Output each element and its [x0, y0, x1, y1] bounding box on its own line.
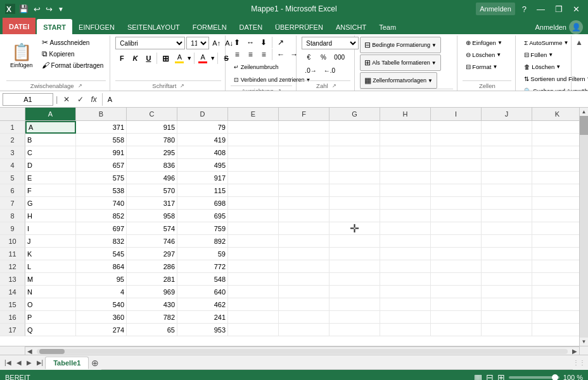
vertical-scrollbar[interactable]: ▲ ▼	[579, 108, 588, 346]
cell-E17[interactable]	[228, 324, 279, 336]
cell-A3[interactable]: C	[25, 146, 76, 159]
cell-E8[interactable]	[228, 210, 279, 222]
cell-F14[interactable]	[279, 286, 329, 298]
bold-button[interactable]: F	[115, 52, 128, 65]
cell-I3[interactable]	[431, 146, 482, 159]
cell-F8[interactable]	[279, 210, 329, 222]
tab-ansicht[interactable]: ANSICHT	[329, 19, 373, 34]
page-layout-button[interactable]: ⊟	[486, 372, 494, 380]
fill-button[interactable]: ⊟ Füllen ▼	[521, 49, 556, 60]
cell-G1[interactable]	[329, 121, 380, 134]
wrap-text-button[interactable]: ↵ Zeilenumbruch	[231, 61, 281, 73]
cell-K14[interactable]	[532, 286, 579, 298]
cell-A7[interactable]: G	[25, 197, 76, 210]
row-header-2[interactable]: 2	[0, 134, 25, 146]
cell-J12[interactable]	[482, 260, 532, 273]
cell-A14[interactable]: N	[25, 286, 76, 298]
cell-C8[interactable]: 958	[127, 210, 177, 222]
indent-decrease-button[interactable]: ←	[274, 49, 287, 60]
cell-B10[interactable]: 832	[76, 235, 127, 248]
cell-I15[interactable]	[431, 298, 482, 311]
insert-cells-button[interactable]: ⊕ Einfügen ▼	[463, 37, 505, 48]
cell-E2[interactable]	[228, 134, 279, 146]
cell-C7[interactable]: 317	[127, 197, 177, 210]
cell-I14[interactable]	[431, 286, 482, 298]
scroll-up-button[interactable]: ▲	[580, 108, 588, 116]
h-scroll-thumb[interactable]	[39, 349, 65, 354]
cell-styles-button[interactable]: ▦ Zellenformatvorlagen ▼	[360, 72, 437, 89]
column-header-f[interactable]: F	[279, 108, 329, 120]
zoom-slider[interactable]	[509, 376, 559, 379]
cell-B3[interactable]: 991	[76, 146, 127, 159]
cell-K12[interactable]	[532, 260, 579, 273]
cell-E1[interactable]	[228, 121, 279, 134]
cell-E7[interactable]	[228, 197, 279, 210]
number-group-expander[interactable]: ↗	[332, 83, 336, 89]
cell-I8[interactable]	[431, 210, 482, 222]
cell-H15[interactable]	[380, 298, 431, 311]
cell-J10[interactable]	[482, 235, 532, 248]
cell-J14[interactable]	[482, 286, 532, 298]
font-color-button[interactable]: A	[196, 52, 209, 65]
align-middle-button[interactable]: ↔	[244, 37, 257, 48]
login-area[interactable]: Anmelden 👤	[530, 20, 588, 34]
number-format-select[interactable]: Standard	[302, 37, 359, 49]
cell-E11[interactable]	[228, 248, 279, 260]
row-header-6[interactable]: 6	[0, 184, 25, 197]
scroll-left-button[interactable]: ◀	[25, 348, 34, 355]
row-header-14[interactable]: 14	[0, 286, 25, 298]
cell-I11[interactable]	[431, 248, 482, 260]
cell-K10[interactable]	[532, 235, 579, 248]
cell-B6[interactable]: 538	[76, 184, 127, 197]
row-header-13[interactable]: 13	[0, 273, 25, 286]
cell-D3[interactable]: 408	[177, 146, 228, 159]
cell-A12[interactable]: L	[25, 260, 76, 273]
cell-B5[interactable]: 575	[76, 172, 127, 184]
cell-I13[interactable]	[431, 273, 482, 286]
cell-I16[interactable]	[431, 311, 482, 324]
cell-D17[interactable]: 953	[177, 324, 228, 336]
cell-F2[interactable]	[279, 134, 329, 146]
cell-D4[interactable]: 495	[177, 159, 228, 172]
cell-B11[interactable]: 545	[76, 248, 127, 260]
close-btn[interactable]: ✕	[570, 3, 583, 15]
cell-B15[interactable]: 540	[76, 298, 127, 311]
cell-D1[interactable]: 79	[177, 121, 228, 134]
cell-C6[interactable]: 570	[127, 184, 177, 197]
cell-D16[interactable]: 241	[177, 311, 228, 324]
rotate-text-button[interactable]: ↗	[274, 37, 287, 48]
cell-I4[interactable]	[431, 159, 482, 172]
cell-H4[interactable]	[380, 159, 431, 172]
align-center-button[interactable]: ≡	[244, 49, 257, 60]
scroll-thumb[interactable]	[580, 116, 588, 135]
maximize-btn[interactable]: ❐	[552, 3, 566, 15]
tab-start[interactable]: START	[37, 19, 72, 34]
cell-H16[interactable]	[380, 311, 431, 324]
cell-J17[interactable]	[482, 324, 532, 336]
cell-K2[interactable]	[532, 134, 579, 146]
tab-formeln[interactable]: FORMELN	[186, 19, 233, 34]
cell-C9[interactable]: 574	[127, 222, 177, 235]
cell-G8[interactable]	[329, 210, 380, 222]
cell-C2[interactable]: 780	[127, 134, 177, 146]
cell-B14[interactable]: 4	[76, 286, 127, 298]
cell-G16[interactable]	[329, 311, 380, 324]
cell-B8[interactable]: 852	[76, 210, 127, 222]
cell-C10[interactable]: 746	[127, 235, 177, 248]
cell-G5[interactable]	[329, 172, 380, 184]
cell-B16[interactable]: 360	[76, 311, 127, 324]
align-top-button[interactable]: ⬆	[231, 37, 243, 48]
cell-C11[interactable]: 297	[127, 248, 177, 260]
cell-E14[interactable]	[228, 286, 279, 298]
cell-F1[interactable]	[279, 121, 329, 134]
cell-H3[interactable]	[380, 146, 431, 159]
cell-C16[interactable]: 782	[127, 311, 177, 324]
cell-I2[interactable]	[431, 134, 482, 146]
increase-decimal-button[interactable]: .0→	[302, 65, 319, 76]
zoom-percentage[interactable]: 100 %	[563, 374, 583, 380]
cell-G11[interactable]	[329, 248, 380, 260]
cell-K13[interactable]	[532, 273, 579, 286]
cell-D6[interactable]: 115	[177, 184, 228, 197]
cell-F5[interactable]	[279, 172, 329, 184]
cell-J1[interactable]	[482, 121, 532, 134]
